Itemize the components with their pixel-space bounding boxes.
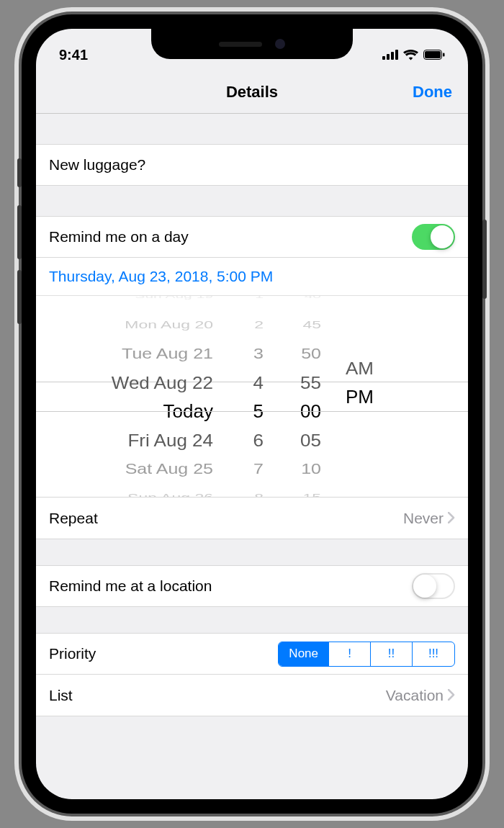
remind-day-label: Remind me on a day [49, 228, 412, 246]
done-button[interactable]: Done [413, 83, 452, 102]
alarm-date-summary[interactable]: Thursday, Aug 23, 2018, 5:00 PM [36, 258, 468, 296]
chevron-right-icon [448, 510, 455, 527]
priority-option-high[interactable]: !!! [413, 642, 454, 666]
repeat-value: Never [403, 510, 444, 527]
svg-rect-1 [387, 54, 390, 60]
svg-rect-5 [425, 51, 441, 58]
priority-option-none[interactable]: None [279, 642, 329, 666]
screen: 9:41 Details Done New luggage? [36, 29, 468, 799]
svg-rect-2 [391, 52, 394, 60]
status-time: 9:41 [59, 47, 88, 63]
reminder-title-text: New luggage? [49, 156, 455, 174]
svg-rect-3 [395, 50, 398, 60]
picker-ampm-column[interactable]: AM PM XX [331, 296, 396, 497]
svg-rect-0 [382, 56, 385, 60]
navigation-bar: Details Done [36, 71, 468, 114]
reminder-title-field[interactable]: New luggage? [36, 144, 468, 186]
list-label: List [49, 687, 386, 704]
priority-option-low[interactable]: ! [329, 642, 371, 666]
priority-segmented-control: None ! !! !!! [278, 642, 455, 667]
svg-rect-6 [443, 53, 445, 57]
remind-day-row: Remind me on a day [36, 216, 468, 258]
battery-icon [423, 50, 445, 60]
repeat-label: Repeat [49, 510, 403, 527]
cellular-icon [382, 50, 398, 60]
notch [151, 29, 353, 59]
remind-location-row: Remind me at a location [36, 565, 468, 607]
date-time-picker[interactable]: Sun Aug 19 Mon Aug 20 Tue Aug 21 Wed Aug… [36, 296, 468, 498]
priority-row: Priority None ! !! !!! [36, 633, 468, 675]
picker-date-column[interactable]: Sun Aug 19 Mon Aug 20 Tue Aug 21 Wed Aug… [58, 296, 223, 497]
remind-location-label: Remind me at a location [49, 577, 412, 595]
list-value: Vacation [386, 687, 444, 704]
nav-title: Details [226, 83, 278, 102]
picker-hour-column[interactable]: 1 2 3 4 5 6 7 8 [223, 296, 274, 497]
picker-minute-column[interactable]: 40 45 50 55 00 05 10 15 [274, 296, 331, 497]
phone-device-frame: 9:41 Details Done New luggage? [22, 14, 482, 814]
priority-option-medium[interactable]: !! [371, 642, 413, 666]
repeat-row[interactable]: Repeat Never [36, 498, 468, 539]
remind-location-toggle[interactable] [412, 573, 455, 599]
priority-label: Priority [49, 645, 278, 662]
chevron-right-icon [448, 687, 455, 704]
wifi-icon [403, 50, 418, 60]
remind-day-toggle[interactable] [412, 224, 455, 250]
list-row[interactable]: List Vacation [36, 675, 468, 716]
